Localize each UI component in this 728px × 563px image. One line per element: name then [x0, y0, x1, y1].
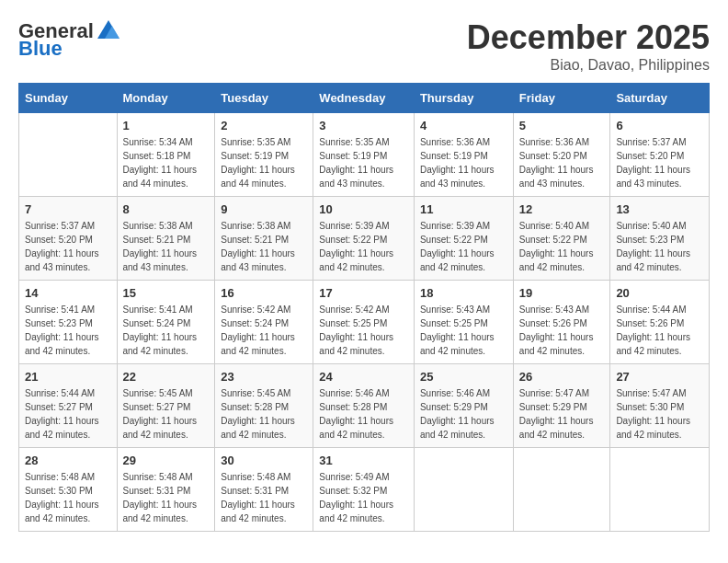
calendar-day-cell: 5Sunrise: 5:36 AMSunset: 5:20 PMDaylight…: [513, 113, 610, 197]
day-info: Sunrise: 5:42 AMSunset: 5:24 PMDaylight:…: [221, 303, 307, 358]
day-number: 1: [123, 119, 210, 132]
calendar-table: SundayMondayTuesdayWednesdayThursdayFrid…: [18, 83, 710, 532]
calendar-day-cell: 27Sunrise: 5:47 AMSunset: 5:30 PMDayligh…: [610, 364, 710, 448]
logo-blue-text: Blue: [18, 37, 63, 61]
weekday-header-tuesday: Tuesday: [215, 84, 313, 113]
calendar-day-cell: 12Sunrise: 5:40 AMSunset: 5:22 PMDayligh…: [513, 197, 610, 281]
day-number: 13: [616, 202, 703, 216]
calendar-day-cell: 20Sunrise: 5:44 AMSunset: 5:26 PMDayligh…: [610, 281, 710, 364]
day-info: Sunrise: 5:43 AMSunset: 5:25 PMDaylight:…: [420, 303, 507, 358]
day-info: Sunrise: 5:47 AMSunset: 5:30 PMDaylight:…: [616, 386, 703, 442]
calendar-empty-cell: [19, 113, 118, 197]
day-number: 23: [221, 370, 307, 384]
day-info: Sunrise: 5:39 AMSunset: 5:22 PMDaylight:…: [319, 219, 408, 274]
day-info: Sunrise: 5:45 AMSunset: 5:27 PMDaylight:…: [123, 386, 210, 442]
day-number: 17: [319, 286, 408, 300]
day-number: 4: [420, 119, 507, 132]
day-number: 8: [123, 202, 210, 216]
calendar-week-row: 1Sunrise: 5:34 AMSunset: 5:18 PMDaylight…: [19, 113, 710, 197]
calendar-empty-cell: [414, 448, 513, 532]
weekday-header-friday: Friday: [513, 84, 610, 113]
title-block: December 2025 Biao, Davao, Philippines: [467, 18, 710, 74]
day-info: Sunrise: 5:46 AMSunset: 5:29 PMDaylight:…: [420, 386, 507, 442]
calendar-day-cell: 25Sunrise: 5:46 AMSunset: 5:29 PMDayligh…: [414, 364, 513, 448]
day-number: 5: [519, 119, 605, 132]
calendar-day-cell: 19Sunrise: 5:43 AMSunset: 5:26 PMDayligh…: [513, 281, 610, 364]
weekday-header-monday: Monday: [117, 84, 215, 113]
day-number: 16: [221, 286, 307, 300]
weekday-header-wednesday: Wednesday: [313, 84, 415, 113]
calendar-day-cell: 6Sunrise: 5:37 AMSunset: 5:20 PMDaylight…: [610, 113, 710, 197]
day-info: Sunrise: 5:45 AMSunset: 5:28 PMDaylight:…: [221, 386, 307, 442]
calendar-day-cell: 22Sunrise: 5:45 AMSunset: 5:27 PMDayligh…: [117, 364, 215, 448]
calendar-day-cell: 24Sunrise: 5:46 AMSunset: 5:28 PMDayligh…: [313, 364, 415, 448]
calendar-day-cell: 7Sunrise: 5:37 AMSunset: 5:20 PMDaylight…: [19, 197, 118, 281]
calendar-week-row: 7Sunrise: 5:37 AMSunset: 5:20 PMDaylight…: [19, 197, 710, 281]
calendar-week-row: 21Sunrise: 5:44 AMSunset: 5:27 PMDayligh…: [19, 364, 710, 448]
day-info: Sunrise: 5:35 AMSunset: 5:19 PMDaylight:…: [221, 135, 307, 190]
day-info: Sunrise: 5:38 AMSunset: 5:21 PMDaylight:…: [123, 219, 210, 274]
calendar-day-cell: 9Sunrise: 5:38 AMSunset: 5:21 PMDaylight…: [215, 197, 313, 281]
calendar-empty-cell: [513, 448, 610, 532]
calendar-day-cell: 3Sunrise: 5:35 AMSunset: 5:19 PMDaylight…: [313, 113, 415, 197]
day-number: 14: [25, 286, 111, 300]
day-number: 6: [616, 119, 703, 132]
calendar-day-cell: 4Sunrise: 5:36 AMSunset: 5:19 PMDaylight…: [414, 113, 513, 197]
calendar-day-cell: 2Sunrise: 5:35 AMSunset: 5:19 PMDaylight…: [215, 113, 313, 197]
day-info: Sunrise: 5:36 AMSunset: 5:20 PMDaylight:…: [519, 135, 605, 190]
calendar-day-cell: 28Sunrise: 5:48 AMSunset: 5:30 PMDayligh…: [19, 448, 118, 532]
calendar-day-cell: 15Sunrise: 5:41 AMSunset: 5:24 PMDayligh…: [117, 281, 215, 364]
day-number: 29: [123, 454, 210, 467]
day-info: Sunrise: 5:46 AMSunset: 5:28 PMDaylight:…: [319, 386, 408, 442]
day-info: Sunrise: 5:49 AMSunset: 5:32 PMDaylight:…: [319, 470, 408, 525]
day-number: 30: [221, 454, 307, 467]
day-number: 26: [519, 370, 605, 384]
calendar-day-cell: 18Sunrise: 5:43 AMSunset: 5:25 PMDayligh…: [414, 281, 513, 364]
day-number: 25: [420, 370, 507, 384]
day-info: Sunrise: 5:34 AMSunset: 5:18 PMDaylight:…: [123, 135, 210, 190]
day-info: Sunrise: 5:48 AMSunset: 5:31 PMDaylight:…: [123, 470, 210, 525]
day-info: Sunrise: 5:37 AMSunset: 5:20 PMDaylight:…: [616, 135, 703, 190]
day-info: Sunrise: 5:39 AMSunset: 5:22 PMDaylight:…: [420, 219, 507, 274]
weekday-header-saturday: Saturday: [610, 84, 710, 113]
calendar-day-cell: 8Sunrise: 5:38 AMSunset: 5:21 PMDaylight…: [117, 197, 215, 281]
weekday-header-sunday: Sunday: [19, 84, 118, 113]
page-header: General Blue December 2025 Biao, Davao, …: [18, 18, 710, 74]
day-number: 28: [25, 454, 111, 467]
day-number: 11: [420, 202, 507, 216]
day-number: 12: [519, 202, 605, 216]
logo-icon: [96, 18, 121, 44]
day-info: Sunrise: 5:44 AMSunset: 5:27 PMDaylight:…: [25, 386, 111, 442]
calendar-week-row: 14Sunrise: 5:41 AMSunset: 5:23 PMDayligh…: [19, 281, 710, 364]
day-info: Sunrise: 5:35 AMSunset: 5:19 PMDaylight:…: [319, 135, 408, 190]
calendar-day-cell: 30Sunrise: 5:48 AMSunset: 5:31 PMDayligh…: [215, 448, 313, 532]
day-info: Sunrise: 5:48 AMSunset: 5:31 PMDaylight:…: [221, 470, 307, 525]
calendar-day-cell: 23Sunrise: 5:45 AMSunset: 5:28 PMDayligh…: [215, 364, 313, 448]
day-info: Sunrise: 5:42 AMSunset: 5:25 PMDaylight:…: [319, 303, 408, 358]
day-number: 20: [616, 286, 703, 300]
day-info: Sunrise: 5:38 AMSunset: 5:21 PMDaylight:…: [221, 219, 307, 274]
day-info: Sunrise: 5:48 AMSunset: 5:30 PMDaylight:…: [25, 470, 111, 525]
day-number: 21: [25, 370, 111, 384]
day-number: 2: [221, 119, 307, 132]
calendar-day-cell: 21Sunrise: 5:44 AMSunset: 5:27 PMDayligh…: [19, 364, 118, 448]
logo: General Blue: [18, 18, 123, 61]
calendar-day-cell: 11Sunrise: 5:39 AMSunset: 5:22 PMDayligh…: [414, 197, 513, 281]
day-number: 3: [319, 119, 408, 132]
day-info: Sunrise: 5:41 AMSunset: 5:24 PMDaylight:…: [123, 303, 210, 358]
calendar-day-cell: 31Sunrise: 5:49 AMSunset: 5:32 PMDayligh…: [313, 448, 415, 532]
day-info: Sunrise: 5:47 AMSunset: 5:29 PMDaylight:…: [519, 386, 605, 442]
day-number: 31: [319, 454, 408, 467]
calendar-day-cell: 26Sunrise: 5:47 AMSunset: 5:29 PMDayligh…: [513, 364, 610, 448]
day-number: 15: [123, 286, 210, 300]
day-number: 18: [420, 286, 507, 300]
day-number: 9: [221, 202, 307, 216]
weekday-header-thursday: Thursday: [414, 84, 513, 113]
day-info: Sunrise: 5:43 AMSunset: 5:26 PMDaylight:…: [519, 303, 605, 358]
day-number: 19: [519, 286, 605, 300]
calendar-day-cell: 29Sunrise: 5:48 AMSunset: 5:31 PMDayligh…: [117, 448, 215, 532]
day-info: Sunrise: 5:37 AMSunset: 5:20 PMDaylight:…: [25, 219, 111, 274]
day-number: 27: [616, 370, 703, 384]
day-number: 7: [25, 202, 111, 216]
calendar-day-cell: 17Sunrise: 5:42 AMSunset: 5:25 PMDayligh…: [313, 281, 415, 364]
